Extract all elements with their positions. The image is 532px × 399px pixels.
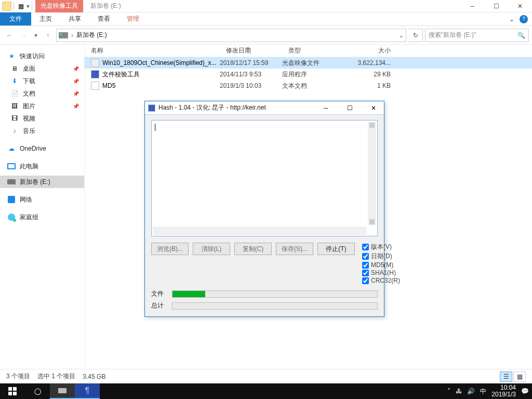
status-selected-size: 3.45 GB <box>83 373 105 380</box>
tray-volume-icon[interactable]: 🔊 <box>467 388 475 395</box>
pc-icon <box>7 162 16 170</box>
sidebar-item-videos[interactable]: 🎞视频 <box>0 112 84 125</box>
chk-md5[interactable]: MD5(M) <box>362 261 400 269</box>
explorer-icon <box>2 2 11 11</box>
col-type[interactable]: 类型 <box>282 46 342 55</box>
tab-manage[interactable]: 管理 <box>118 12 148 25</box>
table-row[interactable]: MD5 2019/1/3 10:03 文本文档 1 KB <box>85 80 532 91</box>
sidebar-quick-access[interactable]: ★快速访问 <box>0 50 84 62</box>
chk-version[interactable]: 版本(V) <box>362 243 400 251</box>
view-icons-button[interactable]: ▦ <box>513 371 526 382</box>
sidebar-onedrive[interactable]: ☁OneDrive <box>0 142 84 155</box>
address-dropdown-icon[interactable]: ⌄ <box>398 32 404 39</box>
tab-share[interactable]: 共享 <box>60 12 89 25</box>
ribbon-expand-icon[interactable]: ⌄ <box>509 16 514 23</box>
cortana-button[interactable]: ◯ <box>25 383 50 399</box>
nav-back-button[interactable]: ← <box>3 29 16 42</box>
address-text[interactable]: 新加卷 (E:) <box>76 31 107 39</box>
nav-tree: ★快速访问 🖥桌面📌 ⬇下载📌 📄文档📌 🖼图片📌 🎞视频 ♪音乐 ☁OneDr… <box>0 45 85 369</box>
qat-chevron-down-icon[interactable]: ▾ <box>26 3 30 10</box>
start-button[interactable] <box>0 383 25 399</box>
scrollbar-horizontal[interactable] <box>153 227 367 235</box>
stop-button[interactable]: 停止(T) <box>317 243 355 255</box>
hash-title-text: Hash - 1.04 - 汉化: 昆子 - http://keir.net <box>158 103 312 112</box>
hash-titlebar[interactable]: Hash - 1.04 - 汉化: 昆子 - http://keir.net ─… <box>145 101 384 115</box>
hash-options: 版本(V) 日期(D) MD5(M) SHA1(H) CRC32(R) <box>362 243 400 284</box>
star-icon: ★ <box>7 52 16 60</box>
desktop-icon: 🖥 <box>10 64 19 73</box>
pin-icon: 📌 <box>73 91 79 97</box>
document-icon: 📄 <box>10 89 19 98</box>
svg-rect-0 <box>3 4 10 9</box>
tray-clock[interactable]: 10:04 2019/1/3 <box>491 384 516 398</box>
ribbon-tabs: 文件 主页 共享 查看 管理 ⌄ ? <box>0 12 532 26</box>
cloud-icon: ☁ <box>7 144 16 153</box>
table-row[interactable]: Win10_1809Oct_Chinese(Simplified)_x... 2… <box>85 57 532 69</box>
tray-chevron-up-icon[interactable]: ˄ <box>447 388 450 395</box>
col-size[interactable]: 大小 <box>342 46 399 55</box>
search-input[interactable]: 搜索"新加卷 (E:)" 🔍 <box>425 29 529 42</box>
scrollbar-vertical[interactable] <box>368 122 376 225</box>
sidebar-item-music[interactable]: ♪音乐 <box>0 125 84 137</box>
svg-rect-2 <box>13 387 17 391</box>
tab-file[interactable]: 文件 <box>0 12 31 25</box>
chk-date[interactable]: 日期(D) <box>362 252 400 261</box>
hash-app-icon <box>148 104 155 112</box>
pin-icon: 📌 <box>73 103 79 109</box>
close-button[interactable]: ✕ <box>508 0 532 12</box>
status-bar: 3 个项目 选中 1 个项目 3.45 GB ☰ ▦ <box>0 369 532 383</box>
copy-button[interactable]: 复制(C) <box>234 243 272 255</box>
nav-forward-button[interactable]: → <box>18 29 30 42</box>
sidebar-item-downloads[interactable]: ⬇下载📌 <box>0 75 84 87</box>
browse-button[interactable]: 浏览(B)... <box>151 243 189 255</box>
sidebar-item-desktop[interactable]: 🖥桌面📌 <box>0 62 84 75</box>
view-details-button[interactable]: ☰ <box>500 371 512 382</box>
taskbar-explorer[interactable] <box>50 383 75 399</box>
help-icon[interactable]: ? <box>520 15 528 23</box>
title-bar: ▦ ▾ 光盘映像工具 新加卷 (E:) ─ ☐ ✕ <box>0 0 532 12</box>
pin-icon: 📌 <box>73 78 79 84</box>
tab-home[interactable]: 主页 <box>31 12 60 25</box>
nav-recent-dropdown[interactable]: ▾ <box>32 29 39 42</box>
sidebar-this-pc[interactable]: 此电脑 <box>0 160 84 172</box>
sidebar-network[interactable]: 网络 <box>0 193 84 206</box>
hash-maximize-button[interactable]: ☐ <box>339 101 360 115</box>
quick-access-toolbar: ▦ ▾ <box>0 2 35 11</box>
window-title: 新加卷 (E:) <box>83 2 128 10</box>
hash-dialog: Hash - 1.04 - 汉化: 昆子 - http://keir.net ─… <box>144 101 384 317</box>
sidebar-item-documents[interactable]: 📄文档📌 <box>0 87 84 100</box>
save-button[interactable]: 保存(S)... <box>276 243 313 255</box>
tray-network-icon[interactable]: 🖧 <box>456 388 462 395</box>
nav-up-button[interactable]: ↑ <box>42 29 54 42</box>
table-row[interactable]: 文件校验工具 2014/11/3 9:53 应用程序 29 KB <box>85 69 532 80</box>
status-item-count: 3 个项目 <box>6 372 30 381</box>
picture-icon: 🖼 <box>10 102 19 110</box>
address-bar[interactable]: › 新加卷 (E:) ⌄ <box>56 29 406 42</box>
col-date[interactable]: 修改日期 <box>220 46 282 55</box>
tray-ime-indicator[interactable]: 中 <box>480 387 486 396</box>
hash-output-textarea[interactable] <box>151 120 378 236</box>
maximize-button[interactable]: ☐ <box>484 0 508 12</box>
txt-file-icon <box>91 82 99 90</box>
sort-asc-icon: ▲ <box>246 45 250 50</box>
qat-prop-icon[interactable]: ▦ <box>16 3 25 10</box>
pin-icon: 📌 <box>73 66 79 72</box>
hash-minimize-button[interactable]: ─ <box>315 101 336 115</box>
sidebar-drive-e[interactable]: 新加卷 (E:) <box>0 176 84 188</box>
refresh-button[interactable]: ↻ <box>408 29 423 42</box>
taskbar-hash-app[interactable]: ¶ <box>75 383 100 399</box>
sidebar-homegroup[interactable]: 家庭组 <box>0 211 84 223</box>
clear-button[interactable]: 清除(L) <box>193 243 230 255</box>
exe-file-icon <box>91 70 99 78</box>
network-icon <box>7 195 16 204</box>
svg-rect-4 <box>13 392 17 395</box>
minimize-button[interactable]: ─ <box>460 0 484 12</box>
breadcrumb-chevron-icon[interactable]: › <box>71 32 73 39</box>
hash-close-button[interactable]: ✕ <box>363 101 384 115</box>
tab-view[interactable]: 查看 <box>89 12 118 25</box>
col-name[interactable]: 名称 <box>85 46 220 55</box>
action-center-icon[interactable]: 💬 <box>521 388 529 395</box>
chk-crc32[interactable]: CRC32(R) <box>362 277 400 284</box>
chk-sha1[interactable]: SHA1(H) <box>362 269 400 276</box>
sidebar-item-pictures[interactable]: 🖼图片📌 <box>0 100 84 112</box>
